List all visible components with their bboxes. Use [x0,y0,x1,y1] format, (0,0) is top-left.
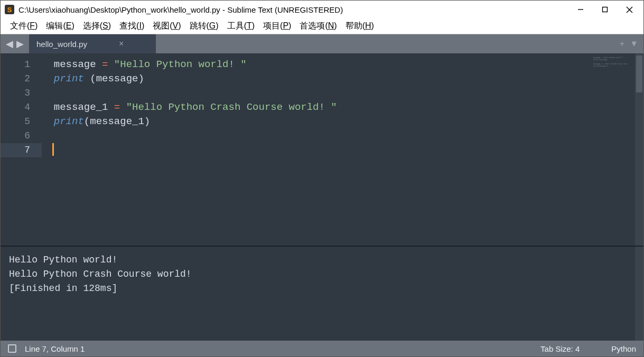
tab-next-icon[interactable]: ▶ [15,38,25,50]
token-var: message [96,73,138,84]
tabbar-spacer [156,34,614,53]
menu-preferences[interactable]: 首选项(N) [297,20,339,33]
token-var: message_1 [54,101,108,113]
tab-label: hello_world.py [36,40,87,49]
menu-select[interactable]: 选择(S) [81,20,113,33]
line-number[interactable]: 7 [1,143,42,157]
window-controls [568,2,641,17]
menu-find[interactable]: 查找(I) [117,20,146,33]
minimap[interactable]: message = "Hello Python world! " print (… [572,53,635,246]
svg-rect-1 [603,7,608,12]
menu-view[interactable]: 视图(V) [151,20,183,33]
code-line[interactable]: print (message) [42,72,572,86]
app-window: S C:\Users\xiaohuang\Desktop\Python_work… [0,0,644,357]
line-number[interactable]: 1 [1,58,42,72]
menu-help[interactable]: 帮助(H) [343,20,376,33]
menu-edit[interactable]: 编辑(E) [44,20,76,33]
window-title: C:\Users\xiaohuang\Desktop\Python_work\h… [18,5,568,14]
titlebar[interactable]: S C:\Users\xiaohuang\Desktop\Python_work… [1,1,643,18]
text-cursor [52,143,54,156]
code-line[interactable]: message_1 = "Hello Python Crash Course w… [42,100,572,115]
console-line: [Finished in 128ms] [9,281,635,296]
menubar: 文件(F) 编辑(E) 选择(S) 查找(I) 视图(V) 跳转(G) 工具(T… [1,18,643,34]
code-line[interactable] [42,86,572,100]
token-var: message_1 [90,116,144,127]
menu-tools[interactable]: 工具(T) [225,20,257,33]
line-number[interactable]: 3 [1,86,42,100]
editor-area: 1234567 message = "Hello Python world! "… [1,53,643,246]
minimize-button[interactable] [568,2,593,17]
tab-nav: ◀ ▶ [1,34,29,53]
app-icon: S [5,5,14,14]
line-gutter[interactable]: 1234567 [1,53,42,246]
token-punc: ( [84,116,90,127]
token-func: print [54,73,84,84]
minimap-content: message = "Hello Python world! " print (… [593,57,628,67]
menu-project[interactable]: 项目(P) [261,20,293,33]
token-punc: ) [138,73,144,84]
line-number[interactable]: 6 [1,129,42,143]
menu-file[interactable]: 文件(F) [8,20,40,33]
status-tab-size[interactable]: Tab Size: 4 [540,344,580,353]
panel-toggle-icon[interactable] [8,344,16,353]
token-str: "Hello Python world! " [114,59,247,70]
status-syntax[interactable]: Python [611,344,636,353]
tabbar-right: + ▼ [614,34,643,53]
token-op: = [114,101,120,113]
scrollbar-thumb[interactable] [636,55,642,92]
console-line: Hello Python Crash Course world! [9,267,635,281]
line-number[interactable]: 4 [1,100,42,115]
maximize-button[interactable] [593,2,617,17]
tab-close-icon[interactable]: × [119,39,124,49]
status-bar: Line 7, Column 1 Tab Size: 4 Python [1,341,643,356]
line-number[interactable]: 2 [1,72,42,86]
status-cursor-position[interactable]: Line 7, Column 1 [25,344,85,353]
code-editor[interactable]: message = "Hello Python world! " print (… [42,53,572,246]
output-panel[interactable]: Hello Python world!Hello Python Crash Co… [1,246,643,341]
token-func: print [54,116,84,127]
close-button[interactable] [617,2,641,17]
tab-active[interactable]: hello_world.py × [29,34,156,53]
code-line[interactable] [42,143,572,157]
console-line: Hello Python world! [9,253,635,267]
token-punc: ( [90,73,96,84]
token-var: message [54,59,96,70]
token-str: "Hello Python Crash Course world! " [126,101,337,113]
tab-prev-icon[interactable]: ◀ [5,38,14,50]
line-number[interactable]: 5 [1,115,42,129]
token-punc: ) [144,116,150,127]
editor-scrollbar[interactable] [635,53,643,246]
code-line[interactable]: print(message_1) [42,115,572,129]
menu-goto[interactable]: 跳转(G) [188,20,221,33]
code-line[interactable]: message = "Hello Python world! " [42,58,572,72]
tab-bar: ◀ ▶ hello_world.py × + ▼ [1,34,643,53]
code-line[interactable] [42,129,572,143]
new-tab-icon[interactable]: + [620,39,624,49]
tab-dropdown-icon[interactable]: ▼ [630,39,638,49]
console-scrollbar[interactable] [635,247,643,341]
token-op: = [102,59,108,70]
